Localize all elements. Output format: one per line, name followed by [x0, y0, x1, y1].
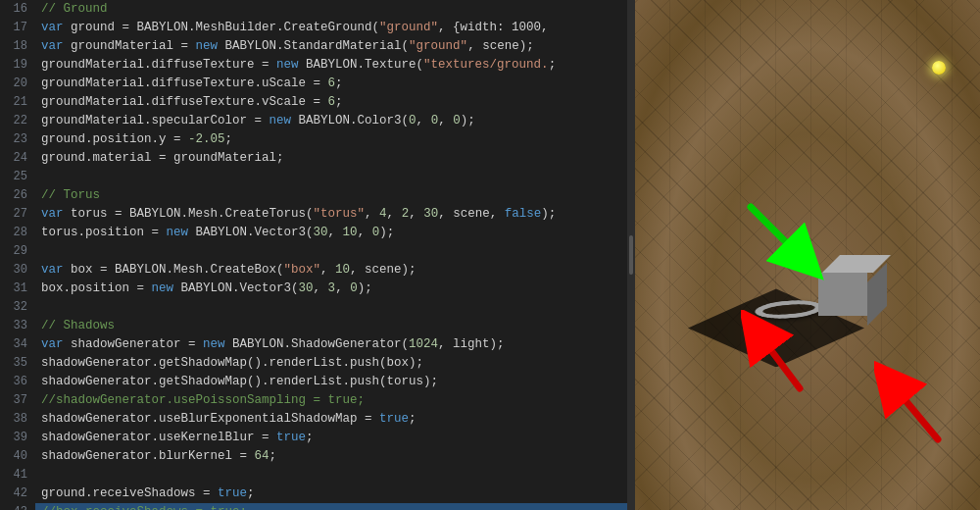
line-number: 26: [0, 186, 35, 205]
code-line: 33// Shadows: [0, 317, 627, 335]
code-line: 43//box.receiveShadows = true;: [0, 503, 627, 510]
line-number: 30: [0, 261, 35, 280]
svg-line-1: [751, 207, 805, 261]
line-code: var groundMaterial = new BABYLON.Standar…: [35, 37, 627, 56]
code-lines: 16// Ground17var ground = BABYLON.MeshBu…: [0, 0, 627, 510]
code-line: 29: [0, 242, 627, 261]
line-code: [35, 298, 627, 317]
line-code: box.position = new BABYLON.Vector3(30, 3…: [35, 280, 627, 298]
line-code: var torus = BABYLON.Mesh.CreateTorus("to…: [35, 205, 627, 224]
code-line: 42ground.receiveShadows = true;: [0, 484, 627, 503]
code-line: 16// Ground: [0, 0, 627, 19]
line-number: 32: [0, 298, 35, 317]
line-code: ground.material = groundMaterial;: [35, 149, 627, 168]
line-code: //box.receiveShadows = true;: [35, 503, 627, 510]
line-number: 23: [0, 130, 35, 149]
svg-line-3: [756, 330, 800, 388]
line-number: 37: [0, 391, 35, 410]
code-line: 41: [0, 466, 627, 484]
line-number: 41: [0, 466, 35, 484]
line-code: [35, 168, 627, 186]
line-code: // Torus: [35, 186, 627, 205]
line-number: 24: [0, 149, 35, 168]
code-line: 26// Torus: [0, 186, 627, 205]
code-line: 24ground.material = groundMaterial;: [0, 149, 627, 168]
line-number: 17: [0, 19, 35, 37]
line-code: ground.position.y = -2.05;: [35, 130, 627, 149]
green-arrow: [741, 197, 829, 285]
line-number: 35: [0, 354, 35, 373]
code-line: 39shadowGenerator.useKernelBlur = true;: [0, 429, 627, 447]
line-code: [35, 466, 627, 484]
line-number: 18: [0, 37, 35, 56]
line-code: shadowGenerator.useBlurExponentialShadow…: [35, 410, 627, 429]
line-code: shadowGenerator.getShadowMap().renderLis…: [35, 354, 627, 373]
line-code: shadowGenerator.getShadowMap().renderLis…: [35, 373, 627, 391]
line-code: shadowGenerator.blurKernel = 64;: [35, 447, 627, 466]
panel-separator: [627, 0, 635, 510]
code-line: 22groundMaterial.specularColor = new BAB…: [0, 112, 627, 130]
line-number: 25: [0, 168, 35, 186]
3d-viewport: [635, 0, 980, 510]
line-number: 16: [0, 0, 35, 19]
code-line: 18var groundMaterial = new BABYLON.Stand…: [0, 37, 627, 56]
line-code: [35, 242, 627, 261]
line-code: groundMaterial.specularColor = new BABYL…: [35, 112, 627, 130]
code-line: 19groundMaterial.diffuseTexture = new BA…: [0, 56, 627, 75]
code-line: 25: [0, 168, 627, 186]
line-number: 22: [0, 112, 35, 130]
line-code: torus.position = new BABYLON.Vector3(30,…: [35, 224, 627, 242]
line-number: 36: [0, 373, 35, 391]
line-number: 42: [0, 484, 35, 503]
code-line: 27var torus = BABYLON.Mesh.CreateTorus("…: [0, 205, 627, 224]
line-code: // Ground: [35, 0, 627, 19]
line-number: 33: [0, 317, 35, 335]
line-code: // Shadows: [35, 317, 627, 335]
code-line: 38shadowGenerator.useBlurExponentialShad…: [0, 410, 627, 429]
code-line: 20groundMaterial.diffuseTexture.uScale =…: [0, 75, 627, 93]
line-code: var shadowGenerator = new BABYLON.Shadow…: [35, 335, 627, 354]
code-line: 36shadowGenerator.getShadowMap().renderL…: [0, 373, 627, 391]
svg-line-5: [889, 381, 938, 439]
code-line: 17var ground = BABYLON.MeshBuilder.Creat…: [0, 19, 627, 37]
line-number: 39: [0, 429, 35, 447]
line-number: 43: [0, 503, 35, 510]
line-number: 27: [0, 205, 35, 224]
code-line: 23ground.position.y = -2.05;: [0, 130, 627, 149]
line-number: 29: [0, 242, 35, 261]
line-number: 38: [0, 410, 35, 429]
line-number: 28: [0, 224, 35, 242]
code-line: 37//shadowGenerator.usePoissonSampling =…: [0, 391, 627, 410]
red-arrow-2: [874, 361, 953, 449]
code-line: 40shadowGenerator.blurKernel = 64;: [0, 447, 627, 466]
line-code: groundMaterial.diffuseTexture = new BABY…: [35, 56, 627, 75]
line-code: var box = BABYLON.Mesh.CreateBox("box", …: [35, 261, 627, 280]
line-number: 31: [0, 280, 35, 298]
line-number: 21: [0, 93, 35, 112]
line-number: 19: [0, 56, 35, 75]
code-line: 30var box = BABYLON.Mesh.CreateBox("box"…: [0, 261, 627, 280]
code-line: 34var shadowGenerator = new BABYLON.Shad…: [0, 335, 627, 354]
line-code: //shadowGenerator.usePoissonSampling = t…: [35, 391, 627, 410]
code-line: 21groundMaterial.diffuseTexture.vScale =…: [0, 93, 627, 112]
line-code: ground.receiveShadows = true;: [35, 484, 627, 503]
code-editor: 16// Ground17var ground = BABYLON.MeshBu…: [0, 0, 627, 510]
red-arrow-1: [741, 310, 819, 398]
code-line: 31box.position = new BABYLON.Vector3(30,…: [0, 280, 627, 298]
line-number: 34: [0, 335, 35, 354]
line-number: 40: [0, 447, 35, 466]
line-code: groundMaterial.diffuseTexture.vScale = 6…: [35, 93, 627, 112]
line-code: groundMaterial.diffuseTexture.uScale = 6…: [35, 75, 627, 93]
code-line: 35shadowGenerator.getShadowMap().renderL…: [0, 354, 627, 373]
line-code: shadowGenerator.useKernelBlur = true;: [35, 429, 627, 447]
line-number: 20: [0, 75, 35, 93]
code-line: 28torus.position = new BABYLON.Vector3(3…: [0, 224, 627, 242]
code-line: 32: [0, 298, 627, 317]
line-code: var ground = BABYLON.MeshBuilder.CreateG…: [35, 19, 627, 37]
